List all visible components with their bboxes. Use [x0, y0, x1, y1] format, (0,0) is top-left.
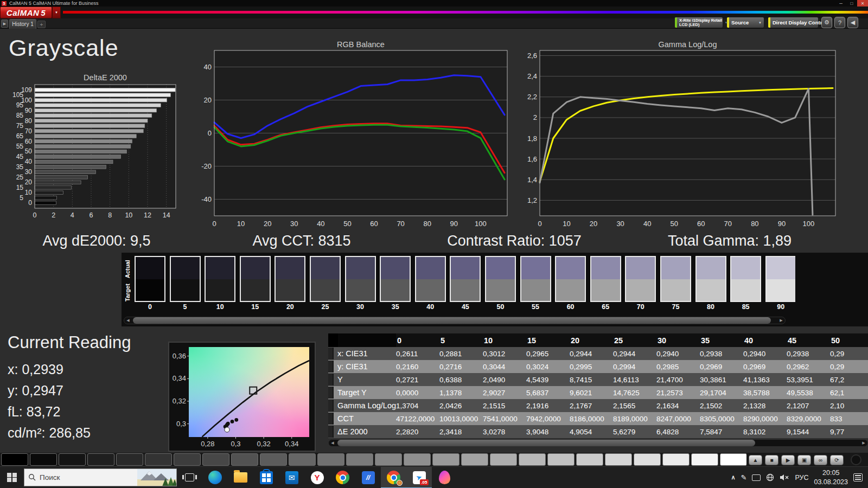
taskbar-app-messenger[interactable]: ➤.05 [406, 467, 432, 488]
continuous-button[interactable]: ∞ [814, 455, 827, 465]
svg-text:14: 14 [163, 211, 170, 219]
svg-text:60: 60 [370, 220, 378, 228]
play-button[interactable]: ▶ [781, 455, 795, 465]
notification-center-icon[interactable] [853, 473, 863, 481]
swatch-box [345, 256, 376, 302]
settings-button[interactable]: ⚙ [821, 17, 832, 28]
taskbar-app-yandex[interactable]: Y [304, 467, 330, 488]
collapse-panel-button[interactable]: ◀ [847, 17, 858, 28]
scroll-right-icon[interactable]: ▶ [777, 317, 785, 324]
tab-scroll-button[interactable]: ▶ [1, 20, 8, 28]
store-grid-dot [262, 473, 266, 477]
minimize-button[interactable]: ─ [835, 0, 846, 7]
table-cell: 5,6837 [525, 389, 569, 397]
scrollbar-thumb[interactable] [133, 317, 771, 324]
palette-swatch [174, 453, 201, 466]
swatch-actual [486, 257, 515, 279]
scroll-left-icon[interactable]: ◀ [329, 440, 336, 446]
table-cell: 14,6113 [612, 376, 655, 384]
swatch-box [240, 256, 271, 302]
swatch-level-40: 40 [415, 256, 446, 313]
svg-text:15: 15 [16, 184, 24, 191]
swatch-level-80: 80 [695, 256, 726, 313]
date: 03.08.2023 [814, 478, 848, 486]
mail-icon: ✉ [285, 471, 298, 484]
swatch-target [171, 279, 200, 301]
column-header-5: 5 [439, 336, 483, 345]
swatch-number: 60 [555, 303, 586, 311]
svg-text:40: 40 [643, 220, 651, 228]
taskbar-app-chrome[interactable] [330, 467, 355, 488]
swatch-strip-scrollbar[interactable]: ◀ ▶ [124, 317, 786, 324]
svg-text:0: 0 [538, 220, 541, 228]
table-cell: 0,0000 [395, 389, 438, 397]
table-cell: 38,5788 [742, 389, 786, 397]
pattern-button[interactable]: ▣ [797, 455, 811, 465]
taskbar-app-paint[interactable] [432, 467, 457, 488]
taskbar-app-store[interactable] [253, 467, 279, 488]
tab-history-1[interactable]: History 1 [9, 19, 36, 29]
svg-text:2: 2 [533, 113, 537, 121]
maximize-button[interactable]: □ [846, 0, 857, 7]
table-cell: 0,29 [829, 350, 868, 358]
task-view-button[interactable] [177, 467, 202, 488]
scroll-right-icon[interactable]: ▶ [860, 440, 867, 446]
table-cell: 0,3012 [482, 350, 525, 358]
taskbar-app-explorer[interactable] [228, 467, 253, 488]
swatch-level-55: 55 [520, 256, 551, 313]
row-handle [328, 426, 334, 438]
table-scrollbar[interactable]: ◀ ▶ [328, 439, 868, 447]
calman-logo[interactable]: CalMAN5 [0, 7, 52, 18]
close-button[interactable]: ✕ [857, 0, 868, 7]
task-view-icon [185, 473, 194, 481]
table-cell: 2,1565 [612, 402, 655, 410]
swatch-number: 20 [275, 303, 305, 311]
svg-text:0: 0 [33, 211, 37, 219]
network-icon[interactable] [766, 473, 774, 481]
refresh-button[interactable]: ⟳ [830, 455, 844, 465]
language-indicator[interactable]: РУС [795, 474, 808, 481]
taskbar-app-dev[interactable]: // [355, 467, 381, 488]
tray-expand-icon[interactable]: ∧ [731, 474, 735, 481]
help-button[interactable]: ? [834, 17, 845, 28]
column-header-50: 50 [830, 336, 868, 345]
palette-swatch [260, 453, 287, 466]
windows-ink-icon[interactable]: ✎ [741, 473, 747, 481]
touch-keyboard-icon[interactable] [752, 474, 761, 481]
volume-muted-icon[interactable] [780, 474, 789, 481]
add-tab-button[interactable]: + [37, 21, 46, 28]
scroll-left-icon[interactable]: ◀ [124, 317, 132, 324]
svg-text:RGB Balance: RGB Balance [337, 41, 385, 49]
grayscale-swatch-strip: 051015202530354045505560657075808590 [135, 256, 795, 313]
scrollbar-track[interactable] [336, 440, 860, 446]
start-button[interactable] [0, 467, 24, 488]
stop-button[interactable]: ■ [765, 455, 778, 465]
table-cell: 0,2940 [742, 350, 786, 358]
column-header-30: 30 [656, 336, 700, 345]
svg-text:-20: -20 [201, 162, 212, 170]
taskbar-apps: ✉Y//➤.05 [202, 467, 457, 488]
eject-button[interactable]: ▲ [749, 455, 762, 465]
swatch-actual [521, 257, 550, 279]
reading-fl: fL: 83,72 [8, 401, 131, 422]
swatch-number: 70 [625, 303, 656, 311]
source-dropdown[interactable]: Source ▼ [726, 17, 764, 28]
taskbar-app-chrome-profile[interactable] [381, 467, 406, 488]
scrollbar-thumb[interactable] [337, 440, 755, 446]
table-cell: 8189,0000 [612, 415, 655, 423]
svg-text:60: 60 [697, 220, 705, 228]
palette-swatch [461, 453, 488, 466]
clock[interactable]: 20:05 03.08.2023 [814, 468, 848, 486]
display-control-dropdown[interactable]: Direct Display Control ▼ [768, 17, 819, 28]
chevron-down-icon: ▼ [756, 21, 762, 24]
taskbar-search-input[interactable]: Поиск [24, 468, 177, 486]
svg-text:0,3: 0,3 [231, 440, 240, 448]
taskbar-app-mail[interactable]: ✉ [279, 467, 304, 488]
table-cell: 10013,0000 [438, 415, 482, 423]
scrollbar-track[interactable] [132, 317, 777, 324]
swatch-target [767, 279, 795, 301]
main-menu-button[interactable]: ▼ [52, 7, 61, 18]
meter-dropdown[interactable]: X-Rite i1Display Retail LCD (LED) ▼ [674, 17, 723, 28]
store-grid-icon [262, 473, 271, 482]
taskbar-app-edge[interactable] [202, 467, 228, 488]
